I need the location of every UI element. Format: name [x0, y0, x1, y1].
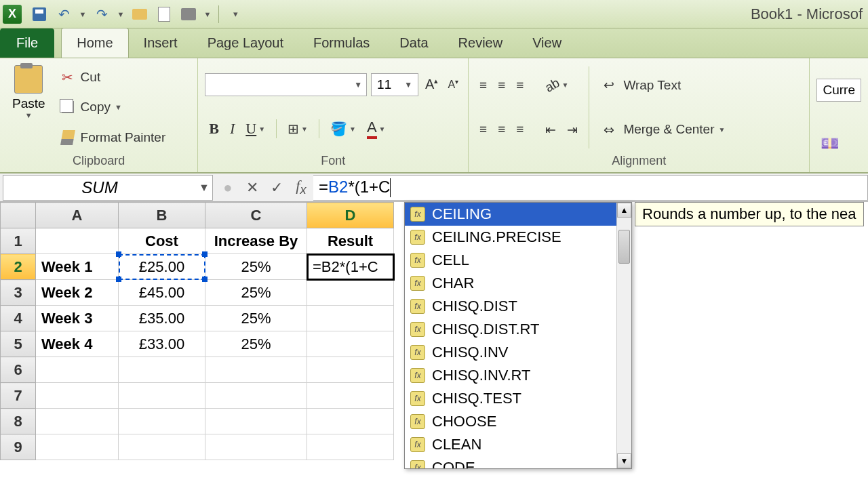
copy-button[interactable]: Copy▼	[56, 97, 170, 117]
cancel-formula-button[interactable]: ●	[216, 176, 240, 200]
cell-b6[interactable]	[119, 357, 205, 383]
cell-a2[interactable]: Week 1	[36, 254, 119, 280]
align-bottom-button[interactable]: ≡	[512, 75, 528, 96]
row-header-3[interactable]: 3	[1, 280, 36, 306]
redo-dropdown[interactable]: ▼	[115, 3, 126, 25]
cell-b9[interactable]	[119, 434, 205, 460]
autocomplete-item[interactable]: fxCEILING.PRECISE	[405, 226, 631, 249]
autocomplete-item[interactable]: fxCHOOSE	[405, 410, 631, 433]
scroll-up-button[interactable]: ▲	[617, 203, 631, 218]
autocomplete-item[interactable]: fxCHAR	[405, 272, 631, 295]
qat-customize[interactable]: ▾	[224, 3, 246, 25]
autocomplete-item[interactable]: fxCHISQ.INV.RT	[405, 364, 631, 387]
autocomplete-item[interactable]: fxCEILING	[405, 203, 631, 226]
row-header-7[interactable]: 7	[1, 383, 36, 409]
cut-button[interactable]: ✂Cut	[56, 67, 170, 87]
cell-c2[interactable]: 25%	[205, 254, 307, 280]
tab-formulas[interactable]: Formulas	[298, 28, 384, 58]
cell-c3[interactable]: 25%	[205, 280, 307, 306]
cell-c5[interactable]: 25%	[205, 331, 307, 357]
align-center-button[interactable]: ≡	[494, 119, 509, 140]
open-button[interactable]	[129, 3, 151, 25]
cancel-button[interactable]: ✕	[240, 176, 264, 200]
cell-a4[interactable]: Week 3	[36, 306, 119, 331]
fill-color-button[interactable]: 🪣▼	[326, 118, 360, 140]
redo-button[interactable]: ↷	[91, 3, 113, 25]
wrap-text-button[interactable]: ↩Wrap Text	[596, 75, 729, 96]
tab-page-layout[interactable]: Page Layout	[193, 28, 298, 58]
row-header-5[interactable]: 5	[1, 331, 36, 357]
font-size-select[interactable]: 11▼	[371, 73, 418, 96]
autocomplete-item[interactable]: fxCELL	[405, 249, 631, 272]
col-header-d[interactable]: D	[307, 203, 394, 228]
decrease-indent-button[interactable]: ⇤	[541, 119, 560, 140]
tab-insert[interactable]: Insert	[129, 28, 193, 58]
cell-c8[interactable]	[205, 409, 307, 434]
cell-a3[interactable]: Week 2	[36, 280, 119, 306]
save-button[interactable]	[28, 3, 50, 25]
cell-c1[interactable]: Increase By	[205, 228, 307, 254]
new-button[interactable]	[153, 3, 175, 25]
col-header-b[interactable]: B	[119, 203, 205, 228]
tab-data[interactable]: Data	[384, 28, 443, 58]
cell-d2[interactable]: =B2*(1+C	[307, 254, 394, 280]
autocomplete-scrollbar[interactable]: ▲ ▼	[616, 203, 631, 468]
name-box[interactable]: SUM ▼	[3, 175, 213, 201]
cell-a7[interactable]	[36, 383, 119, 409]
align-top-button[interactable]: ≡	[475, 75, 491, 96]
insert-function-button[interactable]: fx	[289, 176, 313, 200]
cell-c4[interactable]: 25%	[205, 306, 307, 331]
font-name-select[interactable]: ▼	[205, 73, 367, 96]
row-header-2[interactable]: 2	[1, 254, 36, 280]
align-middle-button[interactable]: ≡	[494, 75, 509, 96]
cell-a5[interactable]: Week 4	[36, 331, 119, 357]
number-format-select[interactable]: Curre	[816, 79, 861, 102]
cell-d7[interactable]	[307, 383, 394, 409]
undo-dropdown[interactable]: ▼	[77, 3, 88, 25]
autocomplete-item[interactable]: fxCHISQ.INV	[405, 341, 631, 364]
name-box-dropdown[interactable]: ▼	[196, 182, 212, 194]
cell-a8[interactable]	[36, 409, 119, 434]
cell-b2[interactable]: £25.00	[119, 254, 205, 280]
italic-button[interactable]: I	[226, 117, 239, 140]
col-header-c[interactable]: C	[205, 203, 307, 228]
align-left-button[interactable]: ≡	[475, 119, 491, 140]
cell-d6[interactable]	[307, 357, 394, 383]
cell-d8[interactable]	[307, 409, 394, 434]
autocomplete-item[interactable]: fxCODE	[405, 456, 631, 468]
enter-button[interactable]: ✓	[264, 176, 289, 200]
merge-center-button[interactable]: ⇔Merge & Center▼	[596, 119, 729, 140]
paste-button[interactable]: Paste ▼	[7, 62, 51, 152]
cell-d5[interactable]	[307, 331, 394, 357]
align-right-button[interactable]: ≡	[512, 119, 528, 140]
select-all-corner[interactable]	[1, 203, 36, 228]
row-header-6[interactable]: 6	[1, 357, 36, 383]
scroll-down-button[interactable]: ▼	[617, 453, 631, 468]
row-header-8[interactable]: 8	[1, 409, 36, 434]
grow-font-button[interactable]: A▴	[422, 74, 441, 95]
shrink-font-button[interactable]: A▾	[445, 75, 461, 94]
cell-d3[interactable]	[307, 280, 394, 306]
range-handle[interactable]	[116, 251, 121, 257]
tab-file[interactable]: File	[0, 28, 54, 58]
cell-c6[interactable]	[205, 357, 307, 383]
row-header-4[interactable]: 4	[1, 306, 36, 331]
cell-d1[interactable]: Result	[307, 228, 394, 254]
range-handle[interactable]	[116, 277, 121, 282]
cell-d4[interactable]	[307, 306, 394, 331]
cell-b3[interactable]: £45.00	[119, 280, 205, 306]
cell-a1[interactable]	[36, 228, 119, 254]
format-painter-button[interactable]: Format Painter	[56, 127, 170, 148]
cell-b5[interactable]: £33.00	[119, 331, 205, 357]
accounting-format-button[interactable]: 💷	[816, 132, 843, 155]
autocomplete-item[interactable]: fxCHISQ.DIST	[405, 295, 631, 318]
cell-b4[interactable]: £35.00	[119, 306, 205, 331]
scroll-thumb[interactable]	[618, 230, 630, 264]
print-dropdown[interactable]: ▼	[202, 3, 213, 25]
cell-c7[interactable]	[205, 383, 307, 409]
undo-button[interactable]: ↶	[53, 3, 75, 25]
bold-button[interactable]: B	[205, 117, 223, 140]
autocomplete-item[interactable]: fxCLEAN	[405, 433, 631, 456]
cell-d9[interactable]	[307, 434, 394, 460]
tab-view[interactable]: View	[517, 28, 576, 58]
